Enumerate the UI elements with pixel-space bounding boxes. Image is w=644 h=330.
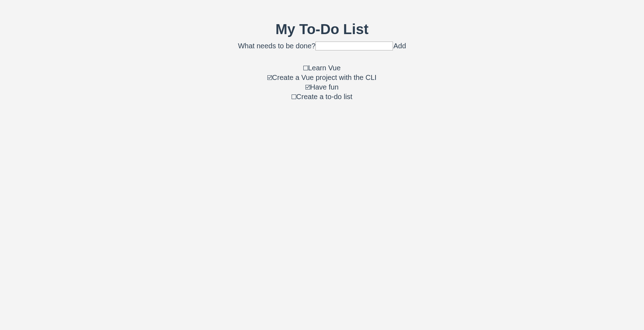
list-item: Create a to-do list [0,92,644,102]
todo-list: Learn Vue Create a Vue project with the … [0,63,644,102]
new-todo-input[interactable] [315,42,393,50]
new-todo-form: What needs to be done?Add [0,42,644,50]
page-title: My To-Do List [0,21,644,37]
app-container: My To-Do List What needs to be done?Add … [0,0,644,102]
checkbox-icon[interactable] [303,66,308,70]
add-button[interactable]: Add [393,42,406,50]
todo-label: Create a Vue project with the CLI [272,74,377,81]
checkbox-icon[interactable] [292,94,296,99]
todo-label: Learn Vue [308,64,341,72]
todo-label: Create a to-do list [296,93,352,101]
list-item: Have fun [0,82,644,92]
list-item: Learn Vue [0,63,644,73]
checkbox-checked-icon[interactable] [267,75,272,80]
list-item: Create a Vue project with the CLI [0,73,644,82]
todo-label: Have fun [310,83,339,91]
checkbox-checked-icon[interactable] [305,85,310,90]
new-todo-label: What needs to be done? [238,42,315,50]
